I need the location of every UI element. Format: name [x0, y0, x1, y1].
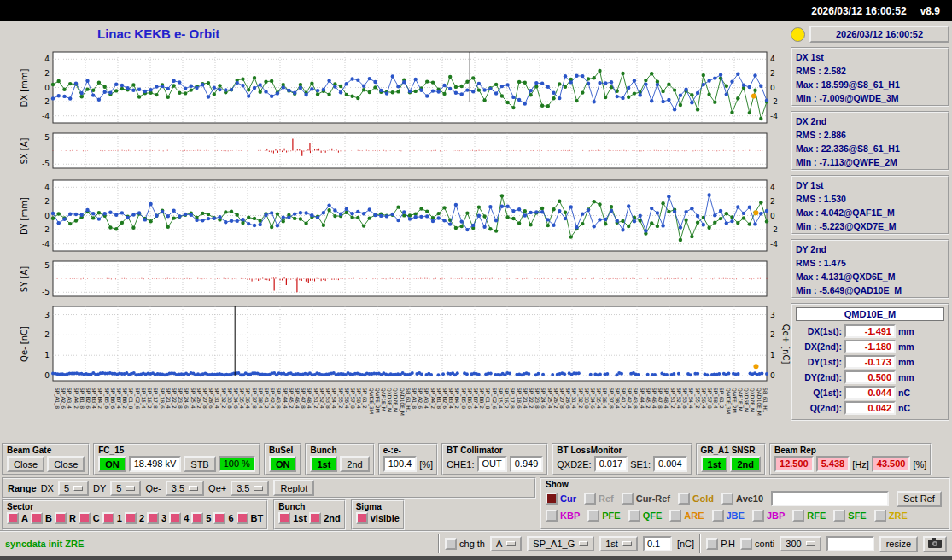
range-qe--label: Qe+	[208, 483, 226, 493]
beam-gate-close-button-2[interactable]: Close	[47, 456, 85, 472]
ph-label: P.H	[721, 539, 735, 549]
range-dy-dropdown[interactable]: 5	[110, 481, 141, 496]
qmd-row-label: DY(2nd):	[796, 372, 842, 382]
show-sfe-checkbox[interactable]: SFE	[833, 510, 866, 522]
replot-button[interactable]: Replot	[273, 480, 314, 496]
bunch-1st-checkbox[interactable]: 1st	[278, 512, 307, 524]
range-qe--dropdown[interactable]: 3.5	[166, 481, 204, 496]
svg-text:SP_43_8: SP_43_8	[275, 388, 282, 409]
conti-label: conti	[755, 539, 774, 549]
sector-5-checkbox[interactable]: 5	[191, 512, 211, 524]
snsr-1st-button[interactable]: 1st	[701, 456, 728, 472]
svg-text:SP_B7_4: SP_B7_4	[115, 388, 122, 409]
show-gold-checkbox[interactable]: Gold	[678, 493, 714, 505]
checkbox-box	[874, 510, 886, 522]
checkbox-label: PFE	[602, 510, 620, 521]
conti-checkbox[interactable]: conti	[740, 538, 774, 550]
svg-text:SP_41_2: SP_41_2	[620, 388, 627, 409]
sector-a-checkbox[interactable]: A	[7, 512, 28, 524]
sector-1-checkbox[interactable]: 1	[102, 512, 122, 524]
qmd-row: Q(2nd):0.042nC	[796, 401, 944, 415]
checkbox-box	[628, 510, 640, 522]
stat-box-title: DX 2nd	[796, 114, 944, 128]
busel-panel: BuSel ON	[264, 443, 302, 475]
snsr-2nd-button[interactable]: 2nd	[730, 456, 761, 472]
show-zre-checkbox[interactable]: ZRE	[874, 510, 908, 522]
sector-r-checkbox[interactable]: R	[55, 512, 76, 524]
show-cur-checkbox[interactable]: Cur	[546, 493, 576, 505]
svg-text:SP_57_8: SP_57_8	[349, 388, 356, 409]
set-ref-button[interactable]: Set Ref	[897, 491, 942, 507]
threshold-input[interactable]	[643, 536, 672, 551]
chart-q: 33221100Qe- [nC]Qe+ [nC]	[0, 304, 791, 384]
sector-2-checkbox[interactable]: 2	[125, 512, 144, 524]
svg-text:SP_51_2: SP_51_2	[312, 388, 319, 409]
show-are-checkbox[interactable]: ARE	[669, 510, 704, 522]
fc15-on-button[interactable]: ON	[98, 456, 126, 472]
svg-text:QAD10E_M: QAD10E_M	[399, 388, 406, 416]
ee-ratio-title: e-:e-	[383, 445, 433, 456]
svg-text:SP_34_6: SP_34_6	[232, 388, 239, 409]
sp-a1-g-dropdown[interactable]: SP_A1_G	[527, 536, 594, 551]
svg-text:SP_47_8: SP_47_8	[657, 388, 663, 409]
resize-button[interactable]: resize	[879, 536, 918, 552]
qxd2e-value-display: 0.017	[594, 456, 628, 472]
svg-text:SP_A3_4: SP_A3_4	[66, 388, 73, 409]
svg-text:SP_15_4: SP_15_4	[497, 388, 504, 409]
show-rfe-checkbox[interactable]: RFE	[792, 510, 826, 522]
svg-text:SP_36_4: SP_36_4	[601, 388, 608, 409]
show-jbe-checkbox[interactable]: JBE	[712, 510, 745, 522]
range-dx-dropdown[interactable]: 5	[58, 481, 89, 496]
ph-checkbox[interactable]: P.H	[706, 538, 735, 550]
aux-input[interactable]	[826, 536, 874, 551]
fc15-stb-button[interactable]: STB	[184, 456, 215, 472]
checkbox-label: JBE	[727, 510, 745, 521]
show-kbp-checkbox[interactable]: KBP	[546, 510, 580, 522]
svg-text:QWDE_3M: QWDE_3M	[725, 388, 732, 414]
chg-th-checkbox[interactable]: chg th	[445, 538, 485, 550]
show-cur-ref-checkbox[interactable]: Cur-Ref	[622, 493, 670, 505]
svg-text:SP_61_2: SP_61_2	[361, 388, 368, 409]
bunch-2nd-button[interactable]: 2nd	[340, 456, 369, 472]
svg-text:SP_16_2: SP_16_2	[146, 388, 153, 409]
se1-label: SE1:	[630, 459, 651, 470]
checkbox-box	[191, 512, 203, 524]
sector-3-checkbox[interactable]: 3	[147, 512, 166, 524]
checkbox-label: 6	[228, 513, 233, 523]
sigma-visible-checkbox[interactable]: visible	[356, 512, 400, 524]
show-ref-checkbox[interactable]: Ref	[584, 493, 614, 505]
stat-line: RMS : 2.886	[796, 128, 944, 142]
screenshot-button[interactable]	[923, 536, 947, 552]
sector-b-checkbox[interactable]: B	[31, 512, 52, 524]
dropdown-value: 5	[116, 483, 121, 493]
beam-gate-close-button-1[interactable]: Close	[7, 456, 44, 472]
bunch-1st-button[interactable]: 1st	[310, 456, 337, 472]
show-qfe-checkbox[interactable]: QFE	[628, 510, 663, 522]
sector-4-checkbox[interactable]: 4	[169, 512, 189, 524]
svg-text:SP_21_4: SP_21_4	[522, 388, 529, 409]
busel-on-button[interactable]: ON	[269, 456, 297, 472]
checkbox-box	[31, 512, 43, 524]
sector-a-dropdown[interactable]: A	[490, 536, 522, 551]
fc15-percent-display: 100 %	[219, 456, 255, 472]
fc15-title: FC_15	[98, 445, 255, 456]
svg-text:QXD6E_M: QXD6E_M	[743, 388, 750, 412]
bunch-2nd-checkbox[interactable]: 2nd	[309, 512, 341, 524]
bunch-1st-dropdown[interactable]: 1st	[599, 536, 638, 551]
svg-text:SP_B5_8: SP_B5_8	[103, 388, 110, 409]
beam-rep-value-2: 5.438	[816, 456, 850, 472]
checkbox-label: C	[93, 513, 100, 523]
show-ave10-checkbox[interactable]: Ave10	[721, 493, 763, 505]
sector-bt-checkbox[interactable]: BT	[237, 512, 264, 524]
svg-text:SP_A2_6: SP_A2_6	[60, 388, 67, 409]
svg-text:S8_61_H1: S8_61_H1	[762, 388, 768, 413]
set-ref-input[interactable]	[771, 491, 889, 506]
bt-collimator-panel: BT Collimator CHE1: OUT 0.949	[441, 443, 548, 475]
sector-c-checkbox[interactable]: C	[79, 512, 100, 524]
svg-text:QXD7E_M: QXD7E_M	[392, 388, 399, 412]
interval-dropdown[interactable]: 300	[780, 536, 821, 551]
range-qe--dropdown[interactable]: 3.5	[231, 481, 269, 496]
show-pfe-checkbox[interactable]: PFE	[587, 510, 620, 522]
show-jbp-checkbox[interactable]: JBP	[752, 510, 785, 522]
sector-6-checkbox[interactable]: 6	[213, 512, 233, 524]
